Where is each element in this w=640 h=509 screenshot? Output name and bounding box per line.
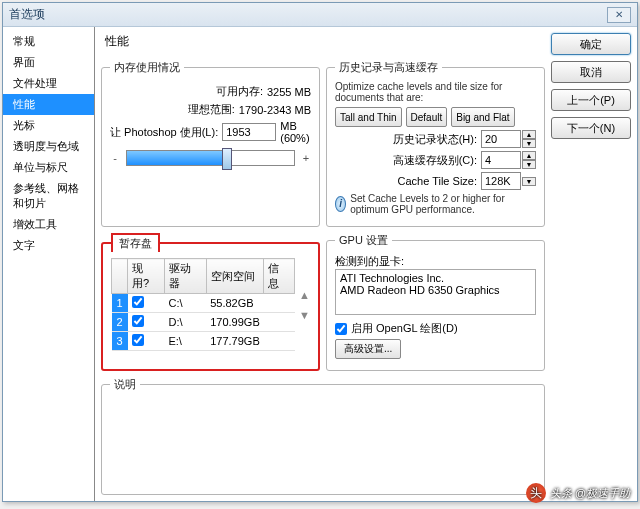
cache-levels-input[interactable]	[481, 151, 521, 169]
page-title: 性能	[105, 33, 545, 50]
sidebar-item-units[interactable]: 单位与标尺	[3, 157, 94, 178]
enable-opengl-label: 启用 OpenGL 绘图(D)	[351, 321, 458, 336]
gpu-settings-group: GPU 设置 检测到的显卡: ATI Technologies Inc. AMD…	[326, 233, 545, 371]
preset-tall-button[interactable]: Tall and Thin	[335, 107, 402, 127]
ok-button[interactable]: 确定	[551, 33, 631, 55]
sidebar-item-plugins[interactable]: 增效工具	[3, 214, 94, 235]
history-states-input[interactable]	[481, 130, 521, 148]
reorder-arrows: ▲ ▼	[299, 258, 310, 351]
sidebar-item-performance[interactable]: 性能	[3, 94, 94, 115]
scratch-disk-table: 现用? 驱动器 空闲空间 信息 1 C:\ 55.82GB	[111, 258, 295, 351]
cache-hint: Set Cache Levels to 2 or higher for opti…	[350, 193, 536, 215]
titlebar: 首选项 ✕	[3, 3, 637, 27]
cache-tile-label: Cache Tile Size:	[398, 175, 477, 187]
sidebar-item-filehandling[interactable]: 文件处理	[3, 73, 94, 94]
disk-active-checkbox[interactable]	[132, 296, 144, 308]
cache-tile-select[interactable]	[481, 172, 521, 190]
scratch-disks-group: 暂存盘 现用? 驱动器 空闲空间 信息	[101, 233, 320, 371]
spin-down-icon[interactable]: ▼	[522, 139, 536, 148]
spin-up-icon[interactable]: ▲	[522, 151, 536, 160]
enable-opengl-checkbox[interactable]	[335, 323, 347, 335]
ideal-range-label: 理想范围:	[188, 102, 235, 117]
history-states-label: 历史记录状态(H):	[393, 132, 477, 147]
avail-mem-label: 可用内存:	[216, 84, 263, 99]
table-row[interactable]: 3 E:\ 177.79GB	[112, 332, 295, 351]
preset-bigflat-button[interactable]: Big and Flat	[451, 107, 514, 127]
sidebar-item-guides[interactable]: 参考线、网格和切片	[3, 178, 94, 214]
gpu-list: ATI Technologies Inc. AMD Radeon HD 6350…	[335, 269, 536, 315]
dialog-buttons: 确定 取消 上一个(P) 下一个(N)	[551, 31, 631, 495]
watermark: 头 头条 @极速手助	[526, 483, 630, 503]
spin-down-icon[interactable]: ▼	[522, 160, 536, 169]
sidebar-item-type[interactable]: 文字	[3, 235, 94, 256]
ideal-range-value: 1790-2343 MB	[239, 104, 311, 116]
preset-default-button[interactable]: Default	[406, 107, 448, 127]
table-row[interactable]: 2 D:\ 170.99GB	[112, 313, 295, 332]
ps-use-label: 让 Photoshop 使用(L):	[110, 125, 218, 140]
scratch-legend: 暂存盘	[111, 233, 160, 252]
sidebar-item-transparency[interactable]: 透明度与色域	[3, 136, 94, 157]
slider-minus-icon: -	[110, 152, 120, 164]
table-row[interactable]: 1 C:\ 55.82GB	[112, 294, 295, 313]
sidebar-item-general[interactable]: 常规	[3, 31, 94, 52]
memory-slider[interactable]	[126, 150, 295, 166]
gpu-vendor: ATI Technologies Inc.	[340, 272, 531, 284]
watermark-text: 头条 @极速手助	[550, 486, 630, 501]
history-cache-group: 历史记录与高速缓存 Optimize cache levels and tile…	[326, 60, 545, 227]
memory-legend: 内存使用情况	[110, 60, 184, 75]
sidebar-item-cursors[interactable]: 光标	[3, 115, 94, 136]
window-title: 首选项	[9, 6, 45, 23]
move-down-icon[interactable]: ▼	[299, 309, 310, 321]
dropdown-icon[interactable]: ▼	[522, 177, 536, 186]
move-up-icon[interactable]: ▲	[299, 289, 310, 301]
sidebar-item-interface[interactable]: 界面	[3, 52, 94, 73]
slider-thumb[interactable]	[222, 148, 232, 170]
slider-plus-icon: +	[301, 152, 311, 164]
cache-levels-label: 高速缓存级别(C):	[393, 153, 477, 168]
info-icon: i	[335, 196, 346, 212]
next-button[interactable]: 下一个(N)	[551, 117, 631, 139]
prev-button[interactable]: 上一个(P)	[551, 89, 631, 111]
gpu-detected-label: 检测到的显卡:	[335, 254, 536, 269]
disk-active-checkbox[interactable]	[132, 315, 144, 327]
ps-memory-input[interactable]	[222, 123, 276, 141]
cancel-button[interactable]: 取消	[551, 61, 631, 83]
spin-up-icon[interactable]: ▲	[522, 130, 536, 139]
cache-desc: Optimize cache levels and tile size for …	[335, 81, 536, 103]
memory-group: 内存使用情况 可用内存: 3255 MB 理想范围: 1790-2343 MB …	[101, 60, 320, 227]
slider-fill	[127, 151, 227, 165]
category-sidebar: 常规 界面 文件处理 性能 光标 透明度与色域 单位与标尺 参考线、网格和切片 …	[3, 27, 95, 501]
preferences-window: 首选项 ✕ 常规 界面 文件处理 性能 光标 透明度与色域 单位与标尺 参考线、…	[2, 2, 638, 502]
disk-active-checkbox[interactable]	[132, 334, 144, 346]
description-legend: 说明	[110, 377, 140, 392]
gpu-model: AMD Radeon HD 6350 Graphics	[340, 284, 531, 296]
col-active[interactable]: 现用?	[128, 259, 165, 294]
col-drive[interactable]: 驱动器	[164, 259, 206, 294]
col-free[interactable]: 空闲空间	[206, 259, 264, 294]
table-header-row: 现用? 驱动器 空闲空间 信息	[112, 259, 295, 294]
gpu-legend: GPU 设置	[335, 233, 392, 248]
watermark-logo-icon: 头	[526, 483, 546, 503]
ps-memory-unit: MB (60%)	[280, 120, 311, 144]
window-controls: ✕	[605, 7, 631, 23]
description-group: 说明	[101, 377, 545, 495]
gpu-advanced-button[interactable]: 高级设置...	[335, 339, 401, 359]
close-icon[interactable]: ✕	[607, 7, 631, 23]
col-info[interactable]: 信息	[264, 259, 295, 294]
history-legend: 历史记录与高速缓存	[335, 60, 442, 75]
avail-mem-value: 3255 MB	[267, 86, 311, 98]
